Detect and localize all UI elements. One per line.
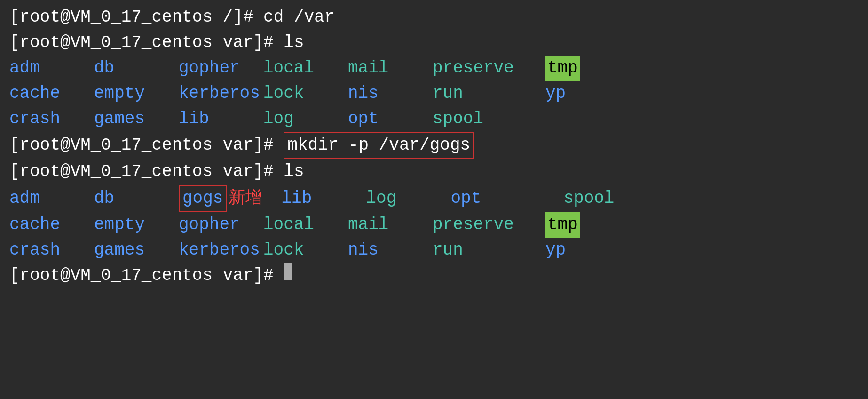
ls-opt-1: opt	[348, 106, 433, 132]
mkdir-line: [root@VM_0_17_centos var]# mkdir -p /var…	[9, 132, 859, 159]
ls-row-2: cache empty kerberos lock nis run yp	[9, 81, 859, 106]
cursor	[284, 263, 292, 280]
ls2-cache: cache	[9, 212, 94, 238]
ls2-row-2: cache empty gopher local mail preserve t…	[9, 212, 859, 238]
ls-lock-1: lock	[263, 81, 348, 106]
ls2-nis: nis	[348, 238, 433, 263]
ls-crash-1: crash	[9, 106, 94, 132]
ls-spool-1: spool	[433, 106, 545, 132]
prompt-1: [root@VM_0_17_centos /]# cd /var	[9, 5, 334, 30]
ls-cache-1: cache	[9, 81, 94, 106]
ls2-opt: opt	[450, 186, 563, 211]
ls2-mail: mail	[348, 212, 433, 238]
ls2-yp: yp	[545, 238, 566, 263]
ls-kerberos-1: kerberos	[179, 81, 263, 106]
ls-tmp-1: tmp	[545, 56, 580, 81]
ls2-gopher: gopher	[179, 212, 263, 238]
ls-games-1: games	[94, 106, 179, 132]
ls2-log: log	[366, 186, 450, 211]
ls2-lock: lock	[263, 238, 348, 263]
ls2-kerberos: kerberos	[179, 238, 263, 263]
ls-local-1: local	[263, 56, 348, 81]
prompt-ls2: [root@VM_0_17_centos var]# ls	[9, 159, 304, 184]
ls-run-1: run	[433, 81, 545, 106]
ls-yp-1: yp	[545, 81, 566, 106]
ls2-adm: adm	[9, 186, 94, 211]
line-ls2: [root@VM_0_17_centos var]# ls	[9, 159, 859, 184]
ls2-spool: spool	[563, 186, 614, 211]
ls-empty-1: empty	[94, 81, 179, 106]
ls2-crash: crash	[9, 238, 94, 263]
ls-row-1: adm db gopher local mail preserve tmp	[9, 56, 859, 81]
ls-row-3: crash games lib log opt spool	[9, 106, 859, 132]
ls-adm-1: adm	[9, 56, 94, 81]
ls2-tmp: tmp	[545, 212, 580, 238]
new-label: 新增	[229, 184, 262, 210]
ls2-run: run	[433, 238, 545, 263]
ls2-row-3: crash games kerberos lock nis run yp	[9, 238, 859, 263]
final-prompt-line: [root@VM_0_17_centos var]#	[9, 263, 859, 288]
ls-lib-1: lib	[179, 106, 263, 132]
ls-gopher-1: gopher	[179, 56, 263, 81]
ls2-row-1: adm db gogs新增 lib log opt spool	[9, 184, 859, 212]
line-2: [root@VM_0_17_centos var]# ls	[9, 30, 859, 56]
final-prompt: [root@VM_0_17_centos var]#	[9, 263, 284, 288]
mkdir-cmd: mkdir -p /var/gogs	[284, 132, 474, 159]
ls2-preserve: preserve	[433, 212, 545, 238]
ls2-empty: empty	[94, 212, 179, 238]
ls-mail-1: mail	[348, 56, 433, 81]
ls-preserve-1: preserve	[433, 56, 545, 81]
ls2-games: games	[94, 238, 179, 263]
terminal: [root@VM_0_17_centos /]# cd /var [root@V…	[9, 5, 859, 288]
ls-log-1: log	[263, 106, 348, 132]
ls2-gogs: gogs	[179, 185, 227, 212]
ls2-local: local	[263, 212, 348, 238]
ls2-lib: lib	[281, 186, 366, 211]
mkdir-prompt: [root@VM_0_17_centos var]#	[9, 133, 284, 158]
ls-db-1: db	[94, 56, 179, 81]
ls2-db: db	[94, 186, 179, 211]
prompt-2: [root@VM_0_17_centos var]# ls	[9, 30, 304, 56]
line-1: [root@VM_0_17_centos /]# cd /var	[9, 5, 859, 30]
ls-nis-1: nis	[348, 81, 433, 106]
